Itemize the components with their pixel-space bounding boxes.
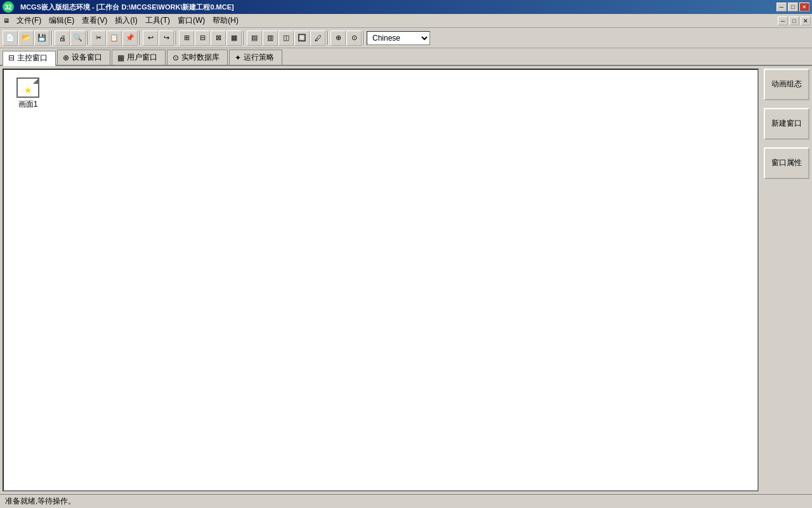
toolbar-sep-2 bbox=[88, 31, 89, 45]
toolbar-print[interactable]: 🖨 bbox=[55, 30, 70, 46]
toolbar-b10[interactable]: ⊕ bbox=[331, 30, 346, 46]
toolbar-sep-1 bbox=[51, 31, 53, 45]
tab-realtime-db-icon: ⊙ bbox=[173, 53, 179, 62]
toolbar-sep-7 bbox=[363, 31, 365, 45]
toolbar-new[interactable]: 📄 bbox=[3, 30, 18, 46]
status-message: 准备就绪,等待操作。 bbox=[5, 496, 75, 507]
menu-window[interactable]: 窗口(W) bbox=[174, 14, 209, 27]
toolbar-save[interactable]: 💾 bbox=[34, 30, 49, 46]
toolbar-b7[interactable]: ◫ bbox=[278, 30, 294, 46]
toolbar-b5[interactable]: ▤ bbox=[247, 30, 262, 46]
file-icon-inner: ★ bbox=[16, 77, 39, 98]
toolbar-redo[interactable]: ↪ bbox=[159, 30, 174, 46]
tab-device-window-label: 设备窗口 bbox=[72, 52, 102, 63]
toolbar-preview[interactable]: 🔍 bbox=[70, 30, 86, 46]
menu-insert[interactable]: 插入(I) bbox=[111, 14, 141, 27]
right-panel: 动画组态 新建窗口 窗口属性 bbox=[761, 66, 812, 494]
file-icon: ★ bbox=[16, 77, 39, 98]
content-panel: ★ 画面1 bbox=[3, 69, 759, 491]
toolbar-b3[interactable]: ⊠ bbox=[211, 30, 226, 46]
toolbar-b2[interactable]: ⊟ bbox=[195, 30, 210, 46]
tab-main-window-icon: ⊟ bbox=[8, 53, 15, 62]
menu-edit[interactable]: 编辑(E) bbox=[45, 14, 78, 27]
toolbar-b6[interactable]: ▥ bbox=[263, 30, 278, 46]
tab-user-window[interactable]: ▦ 用户窗口 bbox=[112, 50, 166, 65]
inner-minimize-button[interactable]: ─ bbox=[778, 17, 788, 25]
toolbar-open[interactable]: 📂 bbox=[18, 30, 34, 46]
tab-user-window-label: 用户窗口 bbox=[127, 52, 157, 63]
tab-bar: ⊟ 主控窗口 ⊕ 设备窗口 ▦ 用户窗口 ⊙ 实时数据库 ✦ 运行策略 bbox=[0, 48, 812, 66]
menu-view[interactable]: 查看(V) bbox=[78, 14, 111, 27]
close-button[interactable]: ✕ bbox=[799, 3, 809, 11]
inner-close-button[interactable]: ✕ bbox=[801, 17, 811, 25]
toolbar-b4[interactable]: ▦ bbox=[226, 30, 242, 46]
language-selector[interactable]: Chinese English bbox=[367, 31, 430, 45]
toolbar-b11[interactable]: ⊙ bbox=[346, 30, 362, 46]
toolbar-sep-5 bbox=[244, 31, 245, 45]
app-icon: 🖥 bbox=[1, 16, 11, 26]
toolbar-paste[interactable]: 📌 bbox=[122, 30, 138, 46]
tab-main-window[interactable]: ⊟ 主控窗口 bbox=[3, 51, 56, 66]
menu-tools[interactable]: 工具(T) bbox=[141, 14, 174, 27]
tab-run-strategy-label: 运行策略 bbox=[244, 52, 274, 63]
toolbar-cut[interactable]: ✂ bbox=[91, 30, 106, 46]
menu-file[interactable]: 文件(F) bbox=[13, 14, 45, 27]
title-bar-controls: ─ □ ✕ bbox=[776, 3, 809, 11]
title-counter: 32 bbox=[3, 1, 14, 13]
tab-device-window-icon: ⊕ bbox=[63, 53, 69, 62]
toolbar-sep-3 bbox=[140, 31, 141, 45]
menu-help[interactable]: 帮助(H) bbox=[209, 14, 242, 27]
tab-run-strategy[interactable]: ✦ 运行策略 bbox=[229, 50, 282, 65]
toolbar-b9[interactable]: 🖊 bbox=[310, 30, 325, 46]
tab-realtime-db-label: 实时数据库 bbox=[181, 52, 219, 63]
title-bar: 32 MCGS嵌入版组态环境 - [工作台 D:\MCGSE\WORK\新建工程… bbox=[0, 0, 812, 14]
tab-device-window[interactable]: ⊕ 设备窗口 bbox=[57, 50, 110, 65]
toolbar-sep-6 bbox=[327, 31, 329, 45]
restore-button[interactable]: □ bbox=[788, 3, 798, 11]
main-area: ★ 画面1 动画组态 新建窗口 窗口属性 bbox=[0, 66, 812, 494]
tab-run-strategy-icon: ✦ bbox=[235, 53, 241, 62]
star-icon: ★ bbox=[24, 85, 32, 95]
window-props-button[interactable]: 窗口属性 bbox=[764, 147, 809, 179]
toolbar-sep-4 bbox=[176, 31, 177, 45]
title-text: MCGS嵌入版组态环境 - [工作台 D:\MCGSE\WORK\新建工程0.M… bbox=[20, 3, 234, 12]
tab-realtime-db[interactable]: ⊙ 实时数据库 bbox=[167, 50, 228, 65]
tab-main-window-label: 主控窗口 bbox=[17, 53, 48, 64]
toolbar: 📄 📂 💾 🖨 🔍 ✂ 📋 📌 ↩ ↪ ⊞ ⊟ ⊠ ▦ ▤ ▥ ◫ 🔲 🖊 ⊕ … bbox=[0, 28, 812, 48]
status-bar: 准备就绪,等待操作。 bbox=[0, 494, 812, 508]
toolbar-b1[interactable]: ⊞ bbox=[179, 30, 194, 46]
minimize-button[interactable]: ─ bbox=[776, 3, 787, 11]
inner-restore-button[interactable]: □ bbox=[789, 17, 799, 25]
tab-user-window-icon: ▦ bbox=[117, 53, 124, 62]
menu-bar: 🖥 文件(F) 编辑(E) 查看(V) 插入(I) 工具(T) 窗口(W) 帮助… bbox=[0, 14, 812, 28]
file-label: 画面1 bbox=[18, 99, 38, 110]
toolbar-b8[interactable]: 🔲 bbox=[294, 30, 310, 46]
animation-compose-button[interactable]: 动画组态 bbox=[764, 69, 809, 100]
new-window-button[interactable]: 新建窗口 bbox=[764, 108, 809, 140]
toolbar-copy[interactable]: 📋 bbox=[107, 30, 122, 46]
toolbar-undo[interactable]: ↩ bbox=[143, 30, 158, 46]
file-item-huamian1[interactable]: ★ 画面1 bbox=[9, 75, 47, 112]
